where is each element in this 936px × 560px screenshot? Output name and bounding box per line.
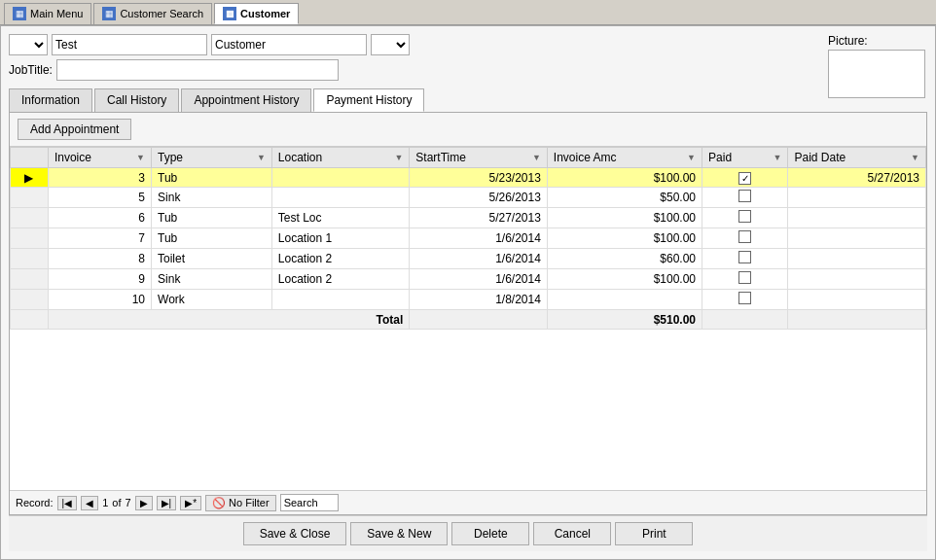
paid-checkbox-unchecked[interactable]	[738, 190, 751, 202]
nav-new-button[interactable]: ▶*	[180, 496, 201, 510]
type-cell: Toilet	[152, 249, 272, 269]
paiddate-cell	[788, 269, 926, 290]
paid-checkbox-unchecked[interactable]	[738, 210, 751, 223]
nav-next-button[interactable]: ▶	[135, 496, 153, 510]
paid-cell[interactable]: ✓	[702, 168, 788, 188]
type-cell: Work	[152, 290, 272, 310]
table-row[interactable]: 9SinkLocation 21/6/2014$100.00	[11, 269, 926, 290]
main-menu-icon: ▦	[13, 7, 26, 20]
tab-appointment-history[interactable]: Appointment History	[181, 88, 311, 112]
type-cell: Sink	[152, 269, 272, 290]
type-sort-icon: ▼	[257, 153, 266, 162]
print-button[interactable]: Print	[615, 522, 693, 545]
save-close-button[interactable]: Save & Close	[243, 522, 347, 545]
type-cell: Tub	[152, 208, 272, 228]
tab-main-menu[interactable]: ▦ Main Menu	[4, 3, 91, 24]
paid-col-header[interactable]: Paid ▼	[702, 148, 788, 168]
starttime-col-header[interactable]: StartTime ▼	[410, 148, 548, 168]
location-cell: Test Loc	[271, 208, 410, 228]
location-cell	[271, 168, 410, 188]
amount-cell: $50.00	[547, 188, 702, 208]
last-name-input[interactable]: Customer	[211, 34, 367, 55]
location-col-header[interactable]: Location ▼	[271, 148, 410, 168]
paiddate-sort-icon: ▼	[911, 153, 919, 162]
inner-tab-bar: Information Call History Appointment His…	[9, 88, 927, 112]
paid-checkbox-unchecked[interactable]	[738, 292, 751, 304]
tab-customer-search[interactable]: ▦ Customer Search	[93, 3, 212, 24]
record-label: Record:	[16, 497, 54, 508]
header-row: Test Customer	[9, 34, 927, 55]
starttime-cell: 5/26/2013	[410, 188, 548, 208]
bottom-bar: Save & Close Save & New Delete Cancel Pr…	[9, 515, 927, 551]
indicator-col-header	[11, 148, 49, 168]
picture-section: Picture:	[828, 34, 925, 98]
invoice-col-header[interactable]: Invoice ▼	[48, 148, 151, 168]
starttime-cell: 1/6/2014	[410, 269, 548, 290]
starttime-cell: 1/8/2014	[410, 290, 548, 310]
row-indicator	[11, 269, 49, 290]
invoice-cell: 3	[48, 168, 151, 188]
table-row[interactable]: 6TubTest Loc5/27/2013$100.00	[11, 208, 926, 228]
suffix-select[interactable]	[371, 34, 410, 55]
table-scroll[interactable]: Invoice ▼ Type ▼ Locatio	[10, 147, 926, 490]
type-cell: Tub	[152, 168, 272, 188]
paiddate-cell	[788, 188, 926, 208]
table-row[interactable]: 8ToiletLocation 21/6/2014$60.00	[11, 249, 926, 269]
table-row[interactable]: 5Sink5/26/2013$50.00	[11, 188, 926, 208]
paid-cell[interactable]	[702, 269, 788, 290]
tab-call-history[interactable]: Call History	[94, 88, 179, 112]
paiddate-col-header[interactable]: Paid Date ▼	[788, 148, 926, 168]
tab-information[interactable]: Information	[9, 88, 92, 112]
nav-filter[interactable]: 🚫 No Filter	[205, 495, 276, 511]
first-name-input[interactable]: Test	[52, 34, 207, 55]
table-header-row: Invoice ▼ Type ▼ Locatio	[11, 148, 926, 168]
paid-cell[interactable]	[702, 290, 788, 310]
title-select[interactable]	[9, 34, 48, 55]
paid-checkbox-unchecked[interactable]	[738, 251, 751, 263]
nav-last-button[interactable]: ▶|	[157, 496, 177, 510]
jobtitle-row: JobTitle:	[9, 59, 927, 81]
amount-col-header[interactable]: Invoice Amc ▼	[547, 148, 702, 168]
type-col-header[interactable]: Type ▼	[152, 148, 272, 168]
paid-checkbox-checked[interactable]: ✓	[738, 172, 751, 185]
tab-customer[interactable]: ▦ Customer	[214, 3, 299, 24]
add-appointment-button[interactable]: Add Appointment	[18, 119, 131, 140]
paid-checkbox-unchecked[interactable]	[738, 230, 751, 243]
amount-cell: $100.00	[547, 168, 702, 188]
table-row[interactable]: ▶3Tub5/23/2013$100.00✓5/27/2013	[11, 168, 926, 188]
location-sort-icon: ▼	[394, 153, 403, 162]
add-btn-row: Add Appointment	[10, 113, 926, 147]
total-label: Total	[48, 310, 409, 330]
table-row[interactable]: 7TubLocation 11/6/2014$100.00	[11, 228, 926, 249]
location-cell: Location 2	[271, 269, 410, 290]
save-new-button[interactable]: Save & New	[350, 522, 448, 545]
paid-checkbox-unchecked[interactable]	[738, 271, 751, 284]
paid-cell[interactable]	[702, 249, 788, 269]
amount-sort-icon: ▼	[687, 153, 696, 162]
customer-icon: ▦	[223, 7, 236, 20]
invoice-cell: 10	[48, 290, 151, 310]
delete-button[interactable]: Delete	[451, 522, 529, 545]
paid-cell[interactable]	[702, 228, 788, 249]
tab-bar: ▦ Main Menu ▦ Customer Search ▦ Customer	[0, 0, 936, 25]
picture-area	[828, 50, 925, 98]
starttime-sort-icon: ▼	[532, 153, 541, 162]
starttime-cell: 5/23/2013	[410, 168, 548, 188]
starttime-cell: 1/6/2014	[410, 249, 548, 269]
nav-search-input[interactable]: Search	[280, 494, 339, 511]
tab-payment-history[interactable]: Payment History	[313, 88, 424, 112]
invoice-cell: 8	[48, 249, 151, 269]
amount-cell: $60.00	[547, 249, 702, 269]
table-row[interactable]: 10Work1/8/2014	[11, 290, 926, 310]
row-indicator	[11, 228, 49, 249]
nav-bar: Record: |◀ ◀ 1 of 7 ▶ ▶| ▶* 🚫 No Filter …	[10, 490, 926, 514]
paid-cell[interactable]	[702, 188, 788, 208]
paid-cell[interactable]	[702, 208, 788, 228]
nav-first-button[interactable]: |◀	[57, 496, 78, 510]
customer-search-icon: ▦	[102, 7, 116, 20]
total-indicator	[11, 310, 49, 330]
filter-icon: 🚫	[212, 497, 226, 509]
jobtitle-input[interactable]	[56, 59, 339, 81]
nav-prev-button[interactable]: ◀	[81, 496, 98, 510]
cancel-button[interactable]: Cancel	[533, 522, 611, 545]
